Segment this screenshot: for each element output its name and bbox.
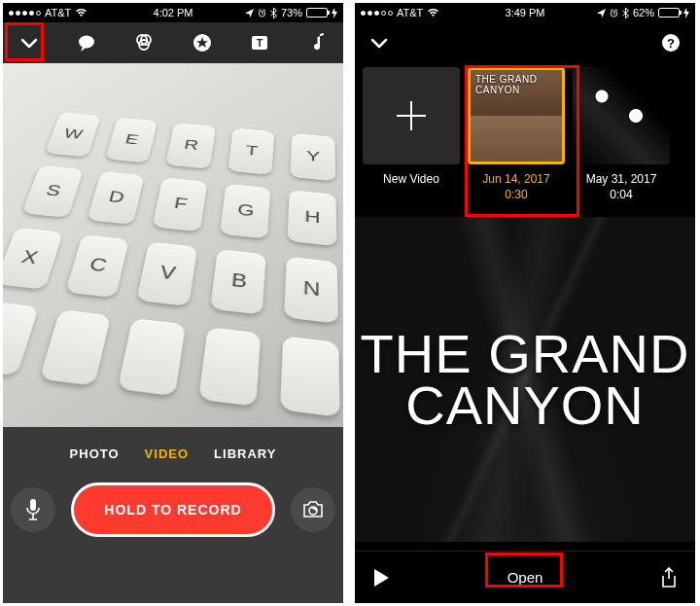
share-icon (660, 567, 678, 588)
microphone-icon (24, 498, 42, 521)
record-button-label: HOLD TO RECORD (104, 502, 241, 517)
mode-library[interactable]: LIBRARY (214, 446, 276, 461)
right-phone-screen: AT&T 3:49 PM 62% (355, 3, 695, 603)
wifi-icon (75, 8, 88, 18)
record-button[interactable]: HOLD TO RECORD (71, 482, 275, 537)
svg-text:T: T (256, 37, 262, 49)
help-icon[interactable]: ? (660, 32, 682, 53)
project-thumbnail-title: THE GRAND CANYON (475, 75, 537, 95)
battery-pct: 73% (281, 7, 302, 18)
mute-button[interactable] (11, 487, 55, 532)
speech-bubble-icon[interactable] (74, 30, 99, 55)
project-duration-label: 0:04 (610, 188, 632, 201)
charging-icon (332, 8, 337, 18)
project-item-canyon[interactable]: THE GRAND CANYON Jun 14, 2017 0:30 (468, 67, 565, 201)
switch-camera-button[interactable] (291, 487, 335, 532)
mode-tabs: PHOTO VIDEO LIBRARY (70, 446, 277, 461)
svg-text:?: ? (667, 36, 675, 51)
camera-reverse-icon (301, 500, 325, 519)
bluetooth-icon (270, 8, 277, 18)
battery-icon (306, 8, 328, 18)
play-button[interactable] (372, 568, 390, 588)
project-duration-label: 0:30 (505, 188, 527, 201)
battery-icon (658, 8, 680, 18)
text-box-icon[interactable]: T (247, 30, 272, 55)
project-date-label: May 31, 2017 (586, 172, 657, 186)
library-toolbar: ? (355, 22, 695, 63)
capture-controls: PHOTO VIDEO LIBRARY HOLD TO RECORD (3, 427, 343, 603)
bluetooth-icon (622, 8, 629, 18)
keyboard-preview: WERTY SDFGH XCVBN (3, 92, 343, 427)
status-bar: AT&T 3:49 PM 62% (355, 3, 695, 22)
chevron-down-icon[interactable] (17, 30, 42, 55)
carrier-label: AT&T (45, 7, 71, 18)
project-date-label: Jun 14, 2017 (482, 172, 549, 186)
left-phone-screen: AT&T 4:02 PM 73% (3, 3, 343, 603)
svg-rect-8 (30, 499, 36, 511)
alarm-icon (610, 9, 618, 18)
location-icon (597, 9, 606, 18)
alarm-icon (258, 9, 266, 18)
bottom-bar: Open (355, 551, 695, 603)
project-item-bw[interactable]: May 31, 2017 0:04 (573, 67, 670, 201)
location-icon (245, 9, 254, 18)
new-video-button[interactable]: New Video (363, 67, 460, 186)
status-bar: AT&T 4:02 PM 73% (3, 3, 343, 22)
open-button[interactable]: Open (390, 569, 660, 586)
svg-point-1 (79, 36, 94, 49)
preview-title: THE GRAND CANYON (355, 217, 695, 542)
play-icon (372, 568, 390, 588)
carrier-label: AT&T (397, 7, 423, 18)
project-preview[interactable]: THE GRAND CANYON (355, 217, 695, 542)
signal-dots (9, 11, 41, 16)
plus-icon (391, 95, 432, 136)
share-button[interactable] (660, 567, 678, 588)
battery-pct: 62% (633, 7, 654, 18)
mode-video[interactable]: VIDEO (145, 446, 189, 461)
charging-icon (683, 8, 689, 18)
project-strip[interactable]: New Video THE GRAND CANYON Jun 14, 2017 … (355, 63, 695, 201)
open-label: Open (508, 569, 543, 586)
new-video-label: New Video (383, 172, 439, 186)
star-badge-icon[interactable] (190, 30, 215, 55)
music-note-icon[interactable] (304, 30, 330, 55)
mode-photo[interactable]: PHOTO (70, 446, 120, 461)
wifi-icon (427, 8, 439, 18)
camera-viewfinder: WERTY SDFGH XCVBN (3, 63, 343, 427)
chevron-down-icon[interactable] (368, 32, 390, 53)
signal-dots (361, 11, 393, 16)
camera-toolbar: T (3, 22, 343, 63)
filters-icon[interactable] (131, 30, 157, 55)
